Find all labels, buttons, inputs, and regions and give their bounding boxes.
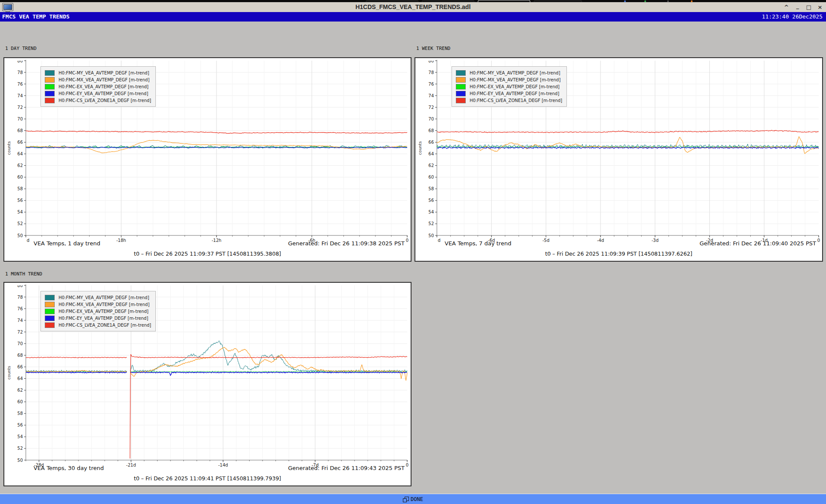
legend-swatch xyxy=(45,70,55,76)
legend-label: H0:FMC-EY_VEA_AVTEMP_DEGF [m-trend] xyxy=(59,91,148,96)
svg-text:counts: counts xyxy=(418,141,422,155)
svg-text:50: 50 xyxy=(428,233,434,238)
t0-timestamp: t0 – Fri Dec 26 2025 11:09:37 PST [14508… xyxy=(4,250,411,257)
svg-text:56: 56 xyxy=(17,198,23,203)
svg-text:76: 76 xyxy=(428,82,434,87)
svg-text:54: 54 xyxy=(17,210,23,214)
minimize-icon[interactable]: _ xyxy=(794,3,801,9)
svg-text:54: 54 xyxy=(428,210,434,214)
svg-text:52: 52 xyxy=(428,221,434,226)
svg-text:56: 56 xyxy=(428,198,434,203)
svg-text:60: 60 xyxy=(17,175,23,179)
done-label: DONE xyxy=(411,496,423,502)
day-trend-heading: 1 DAY TREND xyxy=(5,46,37,51)
clock: 11:23:40 26Dec2025 xyxy=(762,12,823,22)
svg-text:52: 52 xyxy=(17,221,23,226)
shade-icon[interactable]: ^ xyxy=(783,4,790,10)
legend-swatch xyxy=(456,84,466,90)
svg-text:0: 0 xyxy=(406,238,408,243)
legend-swatch xyxy=(456,98,466,103)
legend-label: H0:FMC-MY_VEA_AVTEMP_DEGF [m-trend] xyxy=(59,295,149,300)
svg-text:70: 70 xyxy=(17,341,23,346)
legend-label: H0:FMC-MX_VEA_AVTEMP_DEGF [m-trend] xyxy=(59,302,149,307)
legend-item: H0:FMC-EY_VEA_AVTEMP_DEGF [m-trend] xyxy=(45,90,151,97)
legend: H0:FMC-MY_VEA_AVTEMP_DEGF [m-trend]H0:FM… xyxy=(452,66,567,107)
legend-label: H0:FMC-EY_VEA_AVTEMP_DEGF [m-trend] xyxy=(470,91,559,96)
maximize-icon[interactable]: □ xyxy=(805,4,812,10)
svg-text:70: 70 xyxy=(17,117,23,121)
legend-item: H0:FMC-MY_VEA_AVTEMP_DEGF [m-trend] xyxy=(45,294,151,301)
legend-label: H0:FMC-CS_LVEA_ZONE1A_DEGF [m-trend] xyxy=(59,98,151,103)
medm-header-bar: FMCS VEA TEMP TRENDS 11:23:40 26Dec2025 xyxy=(0,12,826,22)
legend-item: H0:FMC-EX_VEA_AVTEMP_DEGF [m-trend] xyxy=(45,83,151,90)
related-display-icon xyxy=(403,497,409,502)
svg-text:-4d: -4d xyxy=(597,238,604,243)
legend-item: H0:FMC-EY_VEA_AVTEMP_DEGF [m-trend] xyxy=(456,90,562,97)
legend-item: H0:FMC-MX_VEA_AVTEMP_DEGF [m-trend] xyxy=(45,301,151,308)
day-trend-panel: 50525456586062646668707274767880d-18h-12… xyxy=(3,57,411,262)
svg-text:72: 72 xyxy=(17,105,23,110)
svg-text:counts: counts xyxy=(6,366,11,380)
svg-text:58: 58 xyxy=(17,186,23,191)
legend-swatch xyxy=(45,295,55,300)
legend-label: H0:FMC-MX_VEA_AVTEMP_DEGF [m-trend] xyxy=(59,77,149,82)
svg-text:-12h: -12h xyxy=(212,238,222,243)
legend-swatch xyxy=(45,98,55,103)
svg-text:64: 64 xyxy=(17,376,23,381)
svg-text:76: 76 xyxy=(17,306,23,311)
svg-text:-3d: -3d xyxy=(652,238,659,243)
svg-text:66: 66 xyxy=(428,140,434,145)
legend-swatch xyxy=(45,84,55,90)
legend-item: H0:FMC-MX_VEA_AVTEMP_DEGF [m-trend] xyxy=(45,76,151,83)
t0-timestamp: t0 – Fri Dec 26 2025 11:09:39 PST [14508… xyxy=(415,250,822,257)
legend: H0:FMC-MY_VEA_AVTEMP_DEGF [m-trend]H0:FM… xyxy=(40,66,156,107)
week-trend-panel: 50525456586062646668707274767880d-6d-5d-… xyxy=(415,57,823,262)
svg-text:0: 0 xyxy=(406,463,408,467)
svg-text:70: 70 xyxy=(428,117,434,121)
legend-label: H0:FMC-EX_VEA_AVTEMP_DEGF [m-trend] xyxy=(59,84,148,89)
svg-text:62: 62 xyxy=(17,163,23,168)
svg-text:54: 54 xyxy=(17,434,23,439)
legend-item: H0:FMC-CS_LVEA_ZONE1A_DEGF [m-trend] xyxy=(456,97,562,104)
t0-timestamp: t0 – Fri Dec 26 2025 11:09:41 PST [14508… xyxy=(4,475,411,482)
chart-caption: VEA Temps, 7 day trend xyxy=(445,240,511,247)
svg-text:66: 66 xyxy=(17,140,23,145)
svg-text:58: 58 xyxy=(17,411,23,416)
legend-label: H0:FMC-CS_LVEA_ZONE1A_DEGF [m-trend] xyxy=(470,98,562,103)
legend-item: H0:FMC-EX_VEA_AVTEMP_DEGF [m-trend] xyxy=(45,308,151,315)
done-button[interactable]: DONE xyxy=(0,494,826,504)
svg-text:56: 56 xyxy=(17,423,23,427)
legend-label: H0:FMC-EX_VEA_AVTEMP_DEGF [m-trend] xyxy=(470,84,560,89)
generated-timestamp: Generated: Fri Dec 26 11:09:38 2025 PST xyxy=(288,240,405,247)
legend-swatch xyxy=(45,77,55,83)
legend-swatch xyxy=(456,77,466,83)
svg-text:68: 68 xyxy=(17,128,23,133)
svg-text:-5d: -5d xyxy=(542,238,549,243)
svg-text:64: 64 xyxy=(17,152,23,156)
svg-text:76: 76 xyxy=(17,82,23,87)
legend-item: H0:FMC-EY_VEA_AVTEMP_DEGF [m-trend] xyxy=(45,315,151,322)
generated-timestamp: Generated: Fri Dec 26 11:09:40 2025 PST xyxy=(699,240,816,247)
svg-text:72: 72 xyxy=(17,330,23,334)
svg-text:74: 74 xyxy=(428,93,434,98)
svg-text:-21d: -21d xyxy=(126,463,136,467)
window-title: H1CDS_FMCS_VEA_TEMP_TRENDS.adl xyxy=(0,2,826,12)
window-titlebar: H1CDS_FMCS_VEA_TEMP_TRENDS.adl ^ _ □ × xyxy=(0,2,826,12)
svg-text:d: d xyxy=(438,238,440,243)
svg-text:-18h: -18h xyxy=(116,238,126,243)
svg-text:64: 64 xyxy=(428,152,434,156)
legend-swatch xyxy=(45,322,55,328)
svg-text:78: 78 xyxy=(17,295,23,300)
chart-caption: VEA Temps, 30 day trend xyxy=(34,465,104,471)
svg-text:68: 68 xyxy=(428,128,434,133)
svg-text:78: 78 xyxy=(17,70,23,75)
legend-item: H0:FMC-MY_VEA_AVTEMP_DEGF [m-trend] xyxy=(45,69,151,76)
svg-text:50: 50 xyxy=(17,458,23,463)
svg-text:-14d: -14d xyxy=(218,463,228,467)
svg-text:counts: counts xyxy=(6,141,11,155)
svg-text:62: 62 xyxy=(428,163,434,168)
legend-swatch xyxy=(45,91,55,96)
legend-label: H0:FMC-CS_LVEA_ZONE1A_DEGF [m-trend] xyxy=(59,323,151,328)
close-icon[interactable]: × xyxy=(817,4,823,10)
svg-text:74: 74 xyxy=(17,93,23,98)
